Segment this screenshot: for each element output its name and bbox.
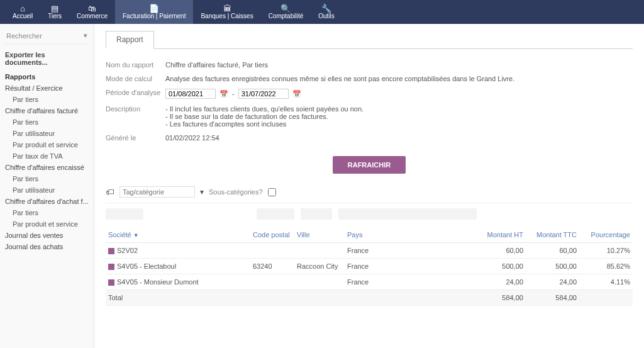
refresh-button[interactable]: RAFRAICHIR xyxy=(333,156,406,174)
sidebar-item[interactable]: Par utilisateur xyxy=(4,184,90,196)
export-link[interactable]: Exporter les documents... xyxy=(4,49,90,68)
table-row[interactable]: S2V02France60,0060,0010.27% xyxy=(106,243,633,259)
reports-heading: Rapports xyxy=(4,68,90,82)
tag-icon: 🏷 xyxy=(106,187,114,197)
filter-code[interactable] xyxy=(257,208,294,220)
tag-category-select[interactable] xyxy=(119,186,195,198)
value-nom-rapport: Chiffre d'affaires facturé, Par tiers xyxy=(165,61,268,69)
company-icon xyxy=(108,279,114,286)
column-filters xyxy=(106,203,633,225)
sidebar-item[interactable]: Par tiers xyxy=(4,207,90,218)
filter-societe[interactable] xyxy=(106,208,143,220)
value-description: - Il inclut les factures clients dues, q… xyxy=(165,105,364,128)
filter-pays[interactable] xyxy=(338,208,477,220)
subcategories-label: Sous-catégories? xyxy=(209,188,263,196)
nav-comptabilite[interactable]: 🔍Comptabilité xyxy=(261,0,311,24)
nav-label: Commerce xyxy=(77,13,108,20)
sidebar-item[interactable]: Journal des ventes xyxy=(4,230,90,241)
top-navbar: ⌂Accueil▤Tiers🛍Commerce📄Facturation | Pa… xyxy=(0,0,644,24)
company-icon xyxy=(108,248,114,254)
chevron-down-icon: ▾ xyxy=(84,31,87,40)
sort-indicator-icon: ▼ xyxy=(133,232,139,239)
sidebar-item[interactable]: Journal des achats xyxy=(4,241,90,252)
value-mode-calcul: Analyse des factures enregistrées connue… xyxy=(165,75,514,82)
nav-outils[interactable]: 🔧Outils xyxy=(311,0,342,24)
table-row[interactable]: S4V05 - Electaboul63240Raccoon CityFranc… xyxy=(106,259,633,274)
calendar-icon[interactable]: 📅 xyxy=(219,90,228,98)
sidebar-group[interactable]: Chiffre d'affaires d'achat f... xyxy=(4,196,90,207)
label-description: Description xyxy=(106,105,165,128)
sidebar-item[interactable]: Par tiers xyxy=(4,116,90,128)
sidebar: Rechercher ▾ Exporter les documents... R… xyxy=(0,24,94,348)
nav-label: Facturation | Paiement xyxy=(123,13,186,20)
value-genere: 01/02/2022 12:54 xyxy=(165,134,219,142)
nav-label: Accueil xyxy=(13,13,33,20)
label-nom-rapport: Nom du rapport xyxy=(106,61,165,69)
subcategories-checkbox[interactable] xyxy=(268,188,276,196)
sidebar-item[interactable]: Par tiers xyxy=(4,94,90,105)
chevron-down-icon[interactable]: ▾ xyxy=(200,188,204,196)
nav-label: Outils xyxy=(318,13,335,20)
nav-icon: 🏛 xyxy=(223,4,231,13)
date-to-input[interactable] xyxy=(238,89,289,99)
label-periode: Période d'analyse xyxy=(106,89,165,99)
sidebar-group[interactable]: Chiffre d'affaires facturé xyxy=(4,105,90,116)
tab-rapport[interactable]: Rapport xyxy=(106,31,154,49)
nav-icon: 🛍 xyxy=(88,4,96,13)
col-montant-ht[interactable]: Montant HT xyxy=(472,227,526,243)
nav-label: Banques | Caisses xyxy=(201,13,253,20)
nav-accueil[interactable]: ⌂Accueil xyxy=(5,0,40,24)
nav-commerce[interactable]: 🛍Commerce xyxy=(69,0,115,24)
sidebar-group[interactable]: Chiffre d'affaires encaissé xyxy=(4,162,90,173)
filter-ville[interactable] xyxy=(301,208,332,220)
col-pourcentage[interactable]: Pourcentage xyxy=(579,227,633,243)
sidebar-item[interactable]: Par tiers xyxy=(4,173,90,184)
search-input[interactable]: Rechercher ▾ xyxy=(4,28,90,44)
label-genere: Généré le xyxy=(106,134,165,142)
sidebar-item[interactable]: Par produit et service xyxy=(4,139,90,150)
nav-tiers[interactable]: ▤Tiers xyxy=(40,0,69,24)
company-icon xyxy=(108,264,114,270)
nav-icon: 📄 xyxy=(149,4,159,13)
main-content: Rapport Nom du rapport Chiffre d'affaire… xyxy=(94,24,644,348)
table-total-row: Total584,00584,00 xyxy=(106,290,633,306)
col-societe[interactable]: Société ▼ xyxy=(106,227,250,243)
col-ville[interactable]: Ville xyxy=(294,227,345,243)
col-code-postal[interactable]: Code postal xyxy=(250,227,294,243)
nav-icon: ▤ xyxy=(51,4,58,13)
results-table: Société ▼ Code postal Ville Pays Montant… xyxy=(106,227,633,306)
nav-banques[interactable]: 🏛Banques | Caisses xyxy=(193,0,260,24)
nav-icon: 🔧 xyxy=(321,4,331,13)
nav-icon: 🔍 xyxy=(280,4,291,13)
sidebar-item[interactable]: Par utilisateur xyxy=(4,128,90,139)
col-montant-ttc[interactable]: Montant TTC xyxy=(526,227,579,243)
date-from-input[interactable] xyxy=(165,89,216,99)
date-separator: - xyxy=(232,90,235,98)
sidebar-item[interactable]: Par taux de TVA xyxy=(4,150,90,162)
sidebar-group[interactable]: Résultat / Exercice xyxy=(4,82,90,94)
nav-facturation[interactable]: 📄Facturation | Paiement xyxy=(115,0,193,24)
col-pays[interactable]: Pays xyxy=(345,227,472,243)
calendar-icon[interactable]: 📅 xyxy=(292,90,301,98)
nav-label: Tiers xyxy=(48,13,62,20)
nav-icon: ⌂ xyxy=(20,4,25,13)
label-mode-calcul: Mode de calcul xyxy=(106,75,165,82)
table-row[interactable]: S4V05 - Monsieur DumontFrance24,0024,004… xyxy=(106,274,633,290)
nav-label: Comptabilité xyxy=(269,13,304,20)
sidebar-item[interactable]: Par produit et service xyxy=(4,218,90,230)
